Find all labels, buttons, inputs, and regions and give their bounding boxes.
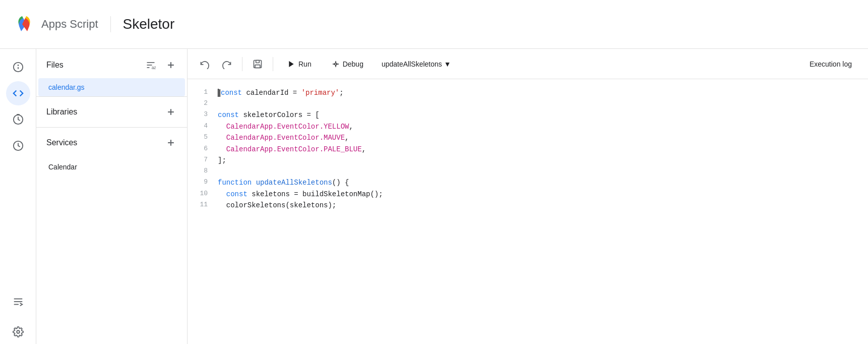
code-line: 4 CalendarApp.EventColor.YELLOW,	[188, 121, 868, 132]
code-line: 11 colorSkeletons(skeletons);	[188, 200, 868, 211]
run-button[interactable]: Run	[279, 56, 320, 72]
line-content: const calendarId = 'primary';	[218, 87, 868, 98]
exec-log-label: Execution log	[810, 60, 852, 68]
line-number: 8	[188, 166, 218, 177]
sidebar-item-overview[interactable]	[6, 55, 30, 79]
files-header-icons: az	[143, 57, 179, 73]
editor-toolbar: Run Debug updateAllSkeletons ▼ Execution…	[188, 49, 868, 79]
add-library-icon	[166, 107, 176, 117]
line-content: CalendarApp.EventColor.PALE_BLUE,	[218, 144, 868, 155]
code-line: 5 CalendarApp.EventColor.MAUVE,	[188, 132, 868, 143]
header: Apps Script Skeletor	[0, 0, 868, 49]
line-content: colorSkeletons(skeletons);	[218, 200, 868, 211]
line-content: function updateAllSkeletons() {	[218, 177, 868, 188]
svg-text:az: az	[152, 65, 156, 70]
sidebar-item-triggers[interactable]	[6, 107, 30, 132]
debug-label: Debug	[343, 60, 363, 68]
svg-marker-23	[289, 61, 293, 67]
text-cursor	[219, 89, 220, 97]
add-file-button[interactable]	[163, 57, 179, 73]
token-kw: const	[218, 111, 239, 119]
sidebar-item-editor[interactable]	[6, 81, 30, 105]
sidebar-item-executions[interactable]	[6, 134, 30, 158]
file-item-calendar[interactable]: calendar.gs	[38, 78, 185, 96]
token-plain	[218, 190, 226, 198]
save-button[interactable]	[249, 55, 267, 73]
sidebar-item-deployments[interactable]	[6, 290, 30, 314]
undo-button[interactable]	[196, 55, 214, 73]
svg-rect-21	[256, 60, 260, 63]
token-method: CalendarApp.EventColor.PALE_BLUE	[226, 145, 362, 153]
line-number: 4	[188, 121, 218, 132]
line-content: CalendarApp.EventColor.YELLOW,	[218, 121, 868, 132]
line-number: 9	[188, 177, 218, 188]
token-plain: ,	[362, 145, 366, 153]
token-fn-name: updateAllSkeletons	[256, 179, 332, 187]
files-header: Files az	[36, 49, 187, 78]
token-plain: () {	[332, 179, 349, 187]
run-icon	[287, 60, 295, 68]
apps-script-logo-icon	[12, 12, 36, 36]
libraries-section-header[interactable]: Libraries	[36, 96, 187, 127]
toolbar-divider-2	[273, 57, 273, 71]
token-plain: colorSkeletons(skeletons);	[218, 201, 336, 209]
token-kw: const	[221, 89, 242, 97]
debug-icon	[332, 60, 340, 68]
services-section-header[interactable]: Services	[36, 127, 187, 158]
code-line: 1const calendarId = 'primary';	[188, 87, 868, 98]
token-plain	[252, 179, 256, 187]
token-plain: skeletorColors = [	[239, 111, 320, 119]
file-panel: Files az	[36, 49, 188, 344]
project-title: Skeletor	[123, 16, 175, 32]
token-method: CalendarApp.EventColor.MAUVE	[226, 134, 345, 142]
token-plain	[218, 123, 226, 131]
add-library-button[interactable]	[163, 104, 179, 120]
add-service-button[interactable]	[163, 135, 179, 151]
chevron-down-icon: ▼	[444, 60, 451, 68]
code-line: 8	[188, 166, 868, 177]
sort-icon: az	[146, 60, 156, 70]
token-plain	[218, 134, 226, 142]
token-kw: const	[226, 190, 247, 198]
service-item-calendar[interactable]: Calendar	[38, 158, 185, 176]
undo-icon	[200, 59, 210, 69]
line-number: 11	[188, 200, 218, 210]
sort-files-button[interactable]: az	[143, 57, 159, 73]
main-layout: Files az	[0, 49, 868, 344]
clock-icon	[13, 114, 24, 125]
add-icon	[166, 60, 176, 70]
token-plain: ;	[339, 89, 343, 97]
toolbar-divider-1	[242, 57, 242, 71]
token-plain: ];	[218, 156, 226, 164]
line-number: 10	[188, 189, 218, 199]
editor-area: Run Debug updateAllSkeletons ▼ Execution…	[188, 49, 868, 344]
add-service-icon	[166, 138, 176, 148]
redo-icon	[222, 59, 232, 69]
sidebar-item-settings[interactable]	[6, 320, 30, 344]
settings-icon	[13, 326, 24, 337]
line-content: ];	[218, 155, 868, 166]
line-number: 3	[188, 109, 218, 120]
line-number: 7	[188, 155, 218, 165]
svg-point-9	[17, 330, 20, 333]
run-label: Run	[298, 60, 312, 68]
line-content: const skeletorColors = [	[218, 109, 868, 121]
execution-log-button[interactable]: Execution log	[801, 56, 860, 72]
code-line: 10 const skeletons = buildSkeletonMap();	[188, 189, 868, 200]
line-number: 6	[188, 144, 218, 154]
app-title: Apps Script	[41, 18, 98, 31]
code-line: 3const skeletorColors = [	[188, 109, 868, 121]
function-selector[interactable]: updateAllSkeletons ▼	[376, 56, 457, 72]
token-kw: function	[218, 179, 252, 187]
code-line: 2	[188, 98, 868, 109]
app-logo: Apps Script	[12, 12, 98, 36]
line-content: const skeletons = buildSkeletonMap();	[218, 189, 868, 200]
code-editor[interactable]: 1const calendarId = 'primary';23const sk…	[188, 79, 868, 344]
libraries-title: Libraries	[46, 107, 77, 117]
line-number: 5	[188, 132, 218, 143]
files-title: Files	[46, 61, 64, 70]
function-name: updateAllSkeletons	[382, 60, 442, 68]
token-plain: skeletons = buildSkeletonMap();	[247, 190, 383, 198]
debug-button[interactable]: Debug	[324, 56, 371, 72]
redo-button[interactable]	[218, 55, 236, 73]
